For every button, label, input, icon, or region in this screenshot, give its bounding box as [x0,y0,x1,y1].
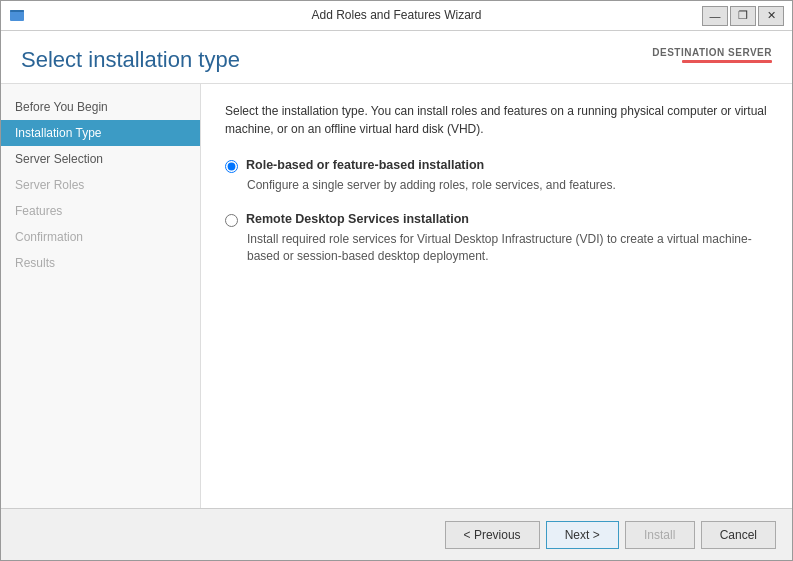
wizard-icon [9,8,25,24]
sidebar-item-before-you-begin[interactable]: Before You Begin [1,94,200,120]
destination-underline [682,60,772,63]
cancel-button[interactable]: Cancel [701,521,776,549]
option-role-based-label[interactable]: Role-based or feature-based installation [246,158,484,172]
destination-server: DESTINATION SERVER [652,47,772,63]
option-remote-desktop-label[interactable]: Remote Desktop Services installation [246,212,469,226]
destination-label: DESTINATION SERVER [652,47,772,58]
wizard-window: Add Roles and Features Wizard — ❐ ✕ Sele… [0,0,793,561]
sidebar-item-confirmation: Confirmation [1,224,200,250]
minimize-button[interactable]: — [702,6,728,26]
sidebar-item-server-roles: Server Roles [1,172,200,198]
radio-role-based[interactable] [225,160,238,173]
titlebar: Add Roles and Features Wizard — ❐ ✕ [1,1,792,31]
option-role-based-desc: Configure a single server by adding role… [247,177,768,194]
restore-button[interactable]: ❐ [730,6,756,26]
close-button[interactable]: ✕ [758,6,784,26]
footer: < Previous Next > Install Cancel [1,508,792,560]
sidebar-item-results: Results [1,250,200,276]
content-description: Select the installation type. You can in… [225,102,768,138]
option-remote-desktop-desc: Install required role services for Virtu… [247,231,768,265]
sidebar-item-features: Features [1,198,200,224]
radio-remote-desktop[interactable] [225,214,238,227]
previous-button[interactable]: < Previous [445,521,540,549]
main-layout: Before You Begin Installation Type Serve… [1,84,792,508]
sidebar: Before You Begin Installation Type Serve… [1,84,201,508]
option-role-based: Role-based or feature-based installation… [225,158,768,194]
sidebar-item-server-selection[interactable]: Server Selection [1,146,200,172]
sidebar-item-installation-type[interactable]: Installation Type [1,120,200,146]
page-title: Select installation type [21,47,240,73]
install-button[interactable]: Install [625,521,695,549]
window-controls: — ❐ ✕ [702,6,784,26]
option-role-based-row: Role-based or feature-based installation [225,158,768,173]
header: Select installation type DESTINATION SER… [1,31,792,84]
next-button[interactable]: Next > [546,521,619,549]
option-remote-desktop-row: Remote Desktop Services installation [225,212,768,227]
titlebar-left [9,8,25,24]
svg-rect-1 [10,10,24,12]
option-remote-desktop: Remote Desktop Services installation Ins… [225,212,768,265]
window-title: Add Roles and Features Wizard [1,8,792,22]
content-area: Select the installation type. You can in… [201,84,792,508]
